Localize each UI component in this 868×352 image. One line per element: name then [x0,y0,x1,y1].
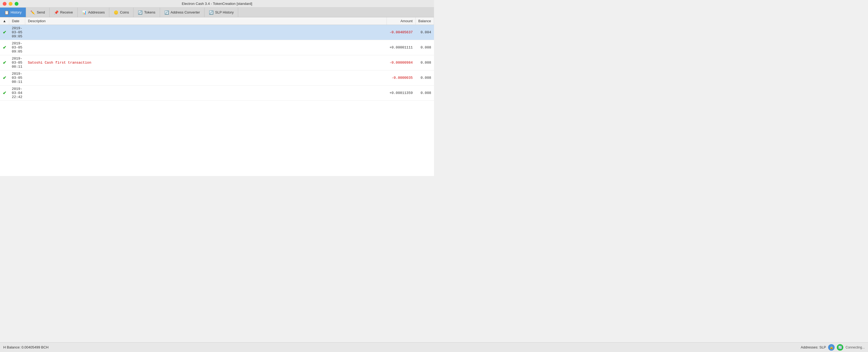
description-cell [25,40,386,55]
amount-cell: -0.0000035 [387,70,415,85]
tab-receive-label: Receive [60,10,73,14]
tab-tokens-label: Tokens [144,10,155,14]
description-cell: Satoshi Cash first transaction [25,55,386,70]
tab-addresses-label: Addresses [88,10,105,14]
table-row[interactable]: ✔2019-03-05 09:05-0.004056370.004 [0,25,434,40]
tab-bar: 📋 History ✏️ Send 📌 Receive 📊 Addresses … [0,8,434,17]
tab-history-label: History [10,10,22,14]
balance-cell: 0.008 [415,70,434,85]
receive-icon: 📌 [54,10,59,14]
balance-cell: 0.008 [415,40,434,55]
table-row[interactable]: ✔2019-03-05 00:11-0.00000350.008 [0,70,434,85]
tab-send[interactable]: ✏️ Send [26,8,50,17]
window-title: Electron Cash 3.4 - TokenCreation [stand… [182,2,252,6]
tab-slp-history-label: SLP History [215,10,234,14]
status-cell: ✔ [0,70,9,85]
check-icon: ✔ [3,91,6,95]
tab-tokens[interactable]: 🔄 Tokens [133,8,160,17]
status-cell: ✔ [0,25,9,40]
close-button[interactable] [3,2,6,6]
check-icon: ✔ [3,60,6,65]
amount-cell: -0.00405637 [387,25,415,40]
description-header[interactable]: Description [25,17,386,25]
table-row[interactable]: ✔2019-03-04 22:42+0.008113590.008 [0,85,434,101]
tab-receive[interactable]: 📌 Receive [50,8,78,17]
tab-send-label: Send [37,10,45,14]
tab-addresses[interactable]: 📊 Addresses [78,8,109,17]
amount-cell: +0.00001111 [387,40,415,55]
tokens-icon: 🔄 [138,10,143,14]
tab-slp-history[interactable]: 🔄 SLP History [205,8,238,17]
status-cell: ✔ [0,55,9,70]
tab-coins[interactable]: 🪙 Coins [109,8,133,17]
balance-cell: 0.008 [415,85,434,101]
window-controls [3,2,19,6]
address-converter-icon: 🔄 [164,10,169,14]
table-row[interactable]: ✔2019-03-05 00:11Satoshi Cash first tran… [0,55,434,70]
transaction-table-wrapper: ▲ Date Description Amount Balance [0,17,434,176]
check-icon: ✔ [3,30,6,35]
description-cell [25,70,386,85]
balance-cell: 0.008 [415,55,434,70]
balance-cell: 0.004 [415,25,434,40]
transaction-list: ✔2019-03-05 09:05-0.004056370.004✔2019-0… [0,25,434,101]
coins-icon: 🪙 [114,10,118,14]
table-header-row: ▲ Date Description Amount Balance [0,17,434,25]
date-cell: 2019-03-05 00:11 [9,70,25,85]
main-content: 📋 History ✏️ Send 📌 Receive 📊 Addresses … [0,8,434,176]
addresses-icon: 📊 [82,10,87,14]
sort-indicator: ▲ [3,19,6,23]
send-icon: ✏️ [30,10,35,14]
tab-address-converter[interactable]: 🔄 Address Converter [160,8,205,17]
title-bar: Electron Cash 3.4 - TokenCreation [stand… [0,0,434,8]
check-icon: ✔ [3,75,6,80]
table-row[interactable]: ✔2019-03-05 09:05+0.000011110.008 [0,40,434,55]
date-cell: 2019-03-05 09:05 [9,25,25,40]
transaction-table: ▲ Date Description Amount Balance [0,17,434,101]
amount-cell: +0.00811359 [387,85,415,101]
amount-cell: -0.00000984 [387,55,415,70]
tab-coins-label: Coins [120,10,129,14]
sort-header[interactable]: ▲ [0,17,9,25]
date-cell: 2019-03-04 22:42 [9,85,25,101]
date-header[interactable]: Date [9,17,25,25]
minimize-button[interactable] [9,2,12,6]
tab-history[interactable]: 📋 History [0,8,26,17]
history-icon: 📋 [4,10,9,14]
slp-history-icon: 🔄 [209,10,214,14]
balance-header[interactable]: Balance [415,17,434,25]
date-cell: 2019-03-05 09:05 [9,40,25,55]
amount-header[interactable]: Amount [387,17,415,25]
description-cell [25,85,386,101]
tab-address-converter-label: Address Converter [170,10,200,14]
status-cell: ✔ [0,85,9,101]
maximize-button[interactable] [14,2,19,6]
date-cell: 2019-03-05 00:11 [9,55,25,70]
status-cell: ✔ [0,40,9,55]
check-icon: ✔ [3,45,6,50]
description-cell [25,25,386,40]
